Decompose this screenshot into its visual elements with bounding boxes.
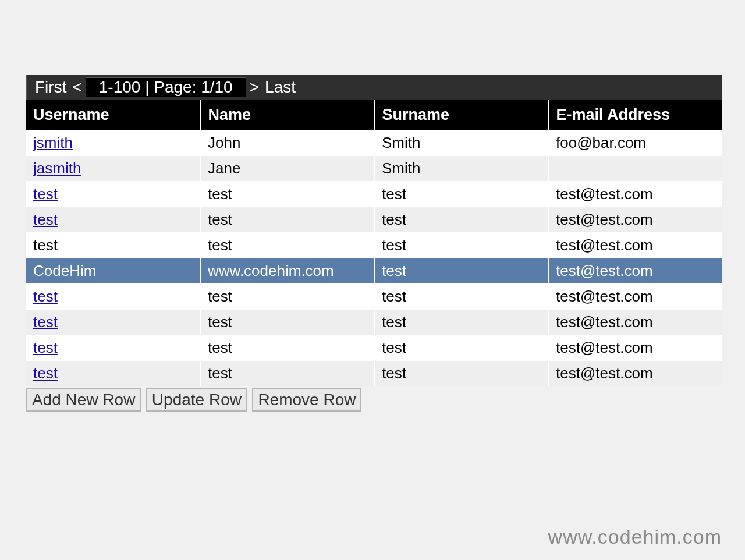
cell-name: test <box>200 207 374 233</box>
remove-row-button[interactable]: Remove Row <box>252 388 361 412</box>
cell-surname: test <box>374 310 548 335</box>
cell-surname: test <box>374 284 548 310</box>
cell-email: test@test.com <box>548 207 722 233</box>
pager-prev-button[interactable]: < <box>70 78 84 97</box>
header-row: Username Name Surname E-mail Address <box>26 100 722 130</box>
cell-email: test@test.com <box>548 233 722 258</box>
data-grid: Username Name Surname E-mail Address jsm… <box>26 100 722 386</box>
cell-name: Jane <box>200 156 374 182</box>
pager-last-button[interactable]: Last <box>262 78 298 97</box>
username-link[interactable]: jsmith <box>33 134 73 151</box>
update-row-button[interactable]: Update Row <box>146 388 247 412</box>
col-header-name[interactable]: Name <box>200 100 374 130</box>
cell-username: test <box>26 233 200 258</box>
cell-email: test@test.com <box>548 335 722 361</box>
table-row[interactable]: testtesttesttest@test.com <box>26 233 722 258</box>
pager-bar: First < 1-100 | Page: 1/10 > Last <box>26 75 722 100</box>
username-link[interactable]: test <box>33 313 58 331</box>
cell-name: John <box>200 130 374 156</box>
cell-email: test@test.com <box>548 284 722 310</box>
table-row[interactable]: testtesttesttest@test.com <box>26 182 722 207</box>
table-row[interactable]: testtesttesttest@test.com <box>26 207 722 233</box>
cell-username: test <box>26 207 200 233</box>
username-link[interactable]: jasmith <box>33 160 81 177</box>
watermark: www.codehim.com <box>548 526 722 548</box>
cell-email: test@test.com <box>548 182 722 207</box>
cell-email: test@test.com <box>548 310 722 335</box>
username-link[interactable]: test <box>33 364 58 382</box>
table-row[interactable]: testtesttesttest@test.com <box>26 310 722 335</box>
cell-surname: test <box>374 207 548 233</box>
table-row[interactable]: jasmithJaneSmith <box>26 156 722 182</box>
cell-name: www.codehim.com <box>200 258 374 284</box>
cell-surname: test <box>374 361 548 387</box>
col-header-surname[interactable]: Surname <box>374 100 548 130</box>
col-header-email[interactable]: E-mail Address <box>548 100 722 130</box>
cell-username: test <box>26 335 200 361</box>
cell-username: jasmith <box>26 156 200 182</box>
username-text: CodeHim <box>33 262 96 279</box>
cell-name: test <box>200 361 374 387</box>
cell-name: test <box>200 284 374 310</box>
cell-email: test@test.com <box>548 258 722 284</box>
username-link[interactable]: test <box>33 185 58 203</box>
username-link[interactable]: test <box>33 339 58 356</box>
cell-surname: test <box>374 182 548 207</box>
pager-first-button[interactable]: First <box>33 78 69 97</box>
cell-username: test <box>26 361 200 387</box>
username-text: test <box>33 236 58 254</box>
table-row[interactable]: CodeHimwww.codehim.comtesttest@test.com <box>26 258 722 284</box>
username-link[interactable]: test <box>33 211 58 228</box>
pager-status: 1-100 | Page: 1/10 <box>86 77 246 97</box>
cell-username: jsmith <box>26 130 200 156</box>
cell-name: test <box>200 182 374 207</box>
cell-surname: Smith <box>374 156 548 182</box>
cell-username: CodeHim <box>26 258 200 284</box>
cell-name: test <box>200 310 374 335</box>
cell-username: test <box>26 284 200 310</box>
cell-name: test <box>200 233 374 258</box>
cell-username: test <box>26 310 200 335</box>
cell-email: foo@bar.com <box>548 130 722 156</box>
action-buttons: Add New Row Update Row Remove Row <box>26 388 722 412</box>
cell-surname: test <box>374 335 548 361</box>
cell-email <box>548 156 722 182</box>
cell-surname: test <box>374 233 548 258</box>
cell-name: test <box>200 335 374 361</box>
table-row[interactable]: testtesttesttest@test.com <box>26 335 722 361</box>
cell-surname: Smith <box>374 130 548 156</box>
cell-username: test <box>26 182 200 207</box>
table-row[interactable]: jsmithJohnSmithfoo@bar.com <box>26 130 722 156</box>
grid-container: First < 1-100 | Page: 1/10 > Last Userna… <box>26 75 722 412</box>
add-row-button[interactable]: Add New Row <box>26 388 141 412</box>
cell-surname: test <box>374 258 548 284</box>
table-row[interactable]: testtesttesttest@test.com <box>26 361 722 387</box>
cell-email: test@test.com <box>548 361 722 387</box>
col-header-username[interactable]: Username <box>26 100 200 130</box>
table-row[interactable]: testtesttesttest@test.com <box>26 284 722 310</box>
username-link[interactable]: test <box>33 288 58 305</box>
pager-next-button[interactable]: > <box>247 78 261 97</box>
